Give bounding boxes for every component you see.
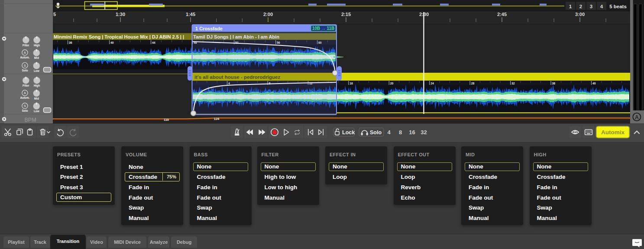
svg-text:2:15: 2:15	[341, 12, 351, 17]
svg-text:Automix: Automix	[601, 129, 625, 136]
svg-text:24: 24	[430, 82, 434, 85]
svg-text:4: 4	[600, 4, 603, 9]
svg-text:Autom.: Autom.	[20, 96, 29, 99]
svg-text:8: 8	[399, 129, 402, 136]
svg-text:28: 28	[471, 82, 475, 85]
svg-text:Autom.: Autom.	[20, 56, 29, 59]
svg-text:1 Crossfade: 1 Crossfade	[195, 26, 223, 31]
svg-text:16: 16	[350, 82, 353, 85]
svg-text:10B → 11B: 10B → 11B	[312, 26, 335, 31]
svg-text:20: 20	[390, 82, 394, 85]
svg-text:5: 5	[53, 12, 56, 17]
svg-text:5 beats: 5 beats	[609, 4, 627, 9]
svg-text:Solo: Solo	[370, 129, 382, 136]
svg-text:40: 40	[592, 82, 596, 85]
svg-text:32: 32	[511, 82, 515, 85]
svg-text:S: S	[24, 64, 26, 68]
svg-text:S: S	[24, 104, 26, 108]
svg-text:Minmini Remix Song | Tropical: Minmini Remix Song | Tropical House Mix …	[54, 34, 184, 39]
svg-text:36: 36	[552, 82, 556, 85]
svg-text:A: A	[24, 91, 26, 95]
svg-text:1: 1	[569, 4, 572, 9]
svg-text:44: 44	[152, 41, 155, 44]
svg-text:Low: Low	[34, 110, 39, 113]
svg-text:Lock: Lock	[342, 129, 355, 136]
svg-text:Mid: Mid	[34, 97, 39, 100]
svg-text:BPM: BPM	[24, 117, 36, 123]
svg-text:3:00: 3:00	[575, 12, 585, 17]
svg-text:A: A	[24, 51, 26, 55]
svg-text:3: 3	[590, 4, 592, 9]
svg-text:2:45: 2:45	[497, 12, 507, 17]
svg-text:16: 16	[409, 129, 415, 136]
svg-text:Mid: Mid	[34, 56, 39, 59]
svg-text:High: High	[34, 44, 40, 47]
svg-text:2:00: 2:00	[263, 12, 273, 17]
svg-text:124: 124	[214, 117, 220, 121]
svg-text:110: 110	[164, 118, 169, 122]
svg-text:2: 2	[579, 4, 582, 9]
svg-text:it's all about house - pedroro: it's all about house - pedrorodriguez	[194, 74, 280, 80]
svg-text:1:30: 1:30	[116, 12, 125, 17]
svg-text:40: 40	[110, 41, 114, 44]
svg-text:High: High	[34, 84, 40, 87]
svg-text:Solo: Solo	[22, 109, 28, 112]
svg-text:36: 36	[69, 41, 72, 44]
svg-text:Low: Low	[34, 69, 39, 72]
svg-text:A: A	[635, 114, 639, 120]
svg-text:Solo: Solo	[22, 69, 28, 72]
svg-text:Filter: Filter	[23, 84, 29, 87]
svg-text:32: 32	[421, 129, 427, 136]
svg-text:Filter: Filter	[23, 44, 29, 47]
svg-text:4: 4	[387, 129, 391, 136]
svg-text:1:45: 1:45	[186, 12, 195, 17]
